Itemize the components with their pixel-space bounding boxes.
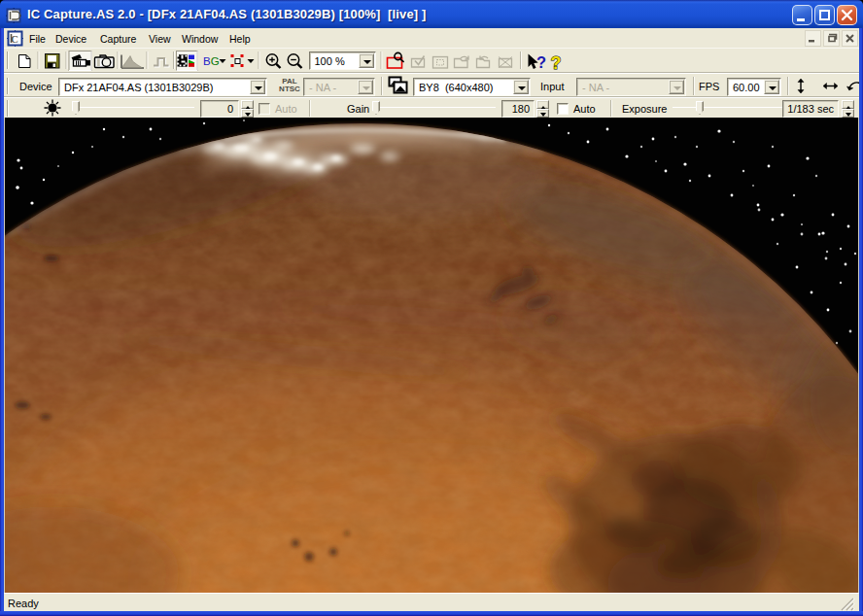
svg-text:?: ? [551,53,562,73]
svg-text:?: ? [536,53,546,71]
svg-text:BG: BG [203,55,220,67]
